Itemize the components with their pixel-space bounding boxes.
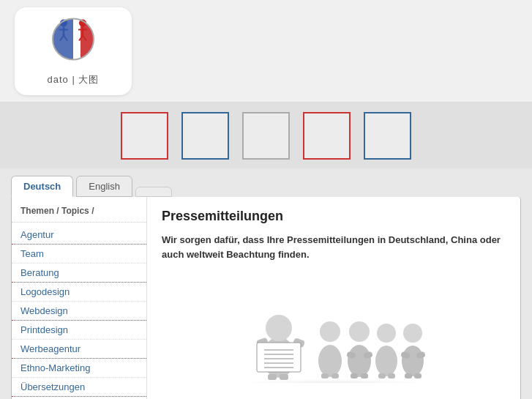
- thumbnail-5[interactable]: [364, 112, 411, 160]
- content-text: Wir sorgen dafür, dass Ihre Pressemittei…: [162, 233, 506, 261]
- svg-rect-37: [378, 373, 386, 379]
- tab-3[interactable]: [135, 187, 172, 197]
- thumbnail-1[interactable]: [121, 112, 168, 160]
- sidebar-item-beratung[interactable]: Beratung: [12, 264, 146, 283]
- thumbnail-strip: [0, 102, 532, 168]
- thumbnail-3[interactable]: [242, 112, 290, 160]
- svg-point-29: [349, 321, 370, 342]
- svg-rect-31: [351, 373, 358, 379]
- svg-point-40: [402, 346, 424, 376]
- sidebar-item-uebersetzungen[interactable]: Übersetzungen: [12, 378, 146, 397]
- logo-image: [40, 15, 106, 70]
- svg-point-26: [318, 345, 342, 377]
- svg-rect-32: [361, 373, 368, 379]
- svg-rect-24: [280, 374, 288, 380]
- logo-area: dato | 大图: [15, 7, 132, 95]
- svg-point-25: [320, 321, 340, 342]
- svg-rect-28: [331, 373, 339, 379]
- svg-rect-38: [388, 373, 395, 379]
- svg-point-35: [377, 324, 396, 343]
- content-panel: Themen / Topics / Agentur Team Beratung …: [11, 197, 521, 399]
- sidebar-item-ethno-marketing[interactable]: Ethno-Marketing: [12, 359, 146, 378]
- svg-point-39: [403, 324, 422, 343]
- thumbnail-4[interactable]: [303, 112, 351, 160]
- content-main: Pressemitteilungen Wir sorgen dafür, das…: [147, 197, 520, 399]
- tab-english[interactable]: English: [76, 176, 132, 197]
- main-area: Deutsch English Themen / Topics / Agentu…: [0, 168, 532, 399]
- sidebar-item-webdesign[interactable]: Webdesign: [12, 302, 146, 321]
- figures-illustration: [224, 273, 443, 383]
- logo-text: dato | 大图: [48, 73, 100, 86]
- content-image-area: [162, 273, 506, 383]
- thumbnail-2[interactable]: [181, 112, 229, 160]
- tabs: Deutsch English: [11, 168, 521, 197]
- svg-point-36: [375, 346, 397, 376]
- svg-rect-41: [405, 373, 412, 379]
- svg-point-30: [348, 345, 371, 377]
- sidebar-item-werbeagentur[interactable]: Werbeagentur: [12, 340, 146, 359]
- sidebar: Themen / Topics / Agentur Team Beratung …: [12, 197, 147, 399]
- content-title: Pressemitteilungen: [162, 209, 506, 224]
- header: dato | 大图 Suche: [0, 0, 532, 102]
- svg-point-14: [266, 315, 292, 341]
- sidebar-title: Themen / Topics /: [12, 206, 146, 223]
- sidebar-item-agentur[interactable]: Agentur: [12, 225, 146, 245]
- tab-deutsch[interactable]: Deutsch: [11, 176, 73, 197]
- sidebar-item-printdesign[interactable]: Printdesign: [12, 321, 146, 340]
- svg-rect-23: [268, 374, 277, 380]
- sidebar-item-team[interactable]: Team: [12, 245, 146, 264]
- sidebar-item-logodesign[interactable]: Logodesign: [12, 283, 146, 302]
- svg-rect-27: [321, 373, 329, 379]
- svg-rect-42: [414, 373, 422, 379]
